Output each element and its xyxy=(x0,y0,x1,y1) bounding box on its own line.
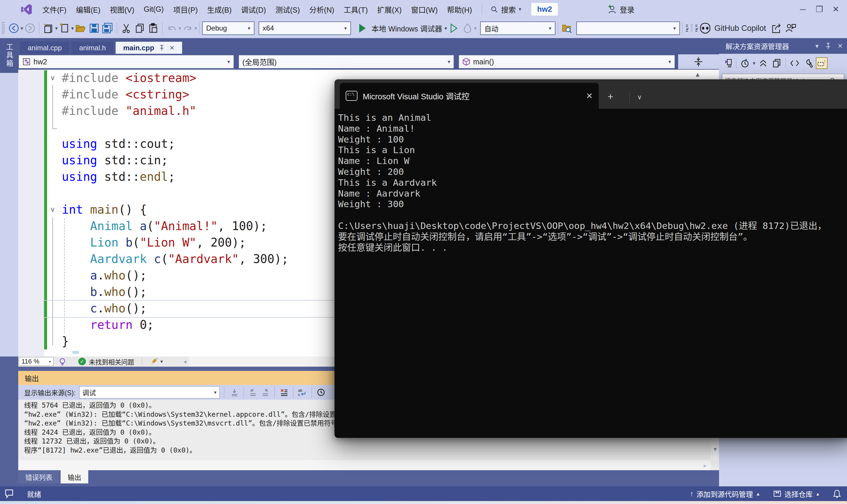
pin-icon[interactable] xyxy=(825,42,831,50)
send-feedback-icon[interactable] xyxy=(784,21,797,35)
panel-options-chevron-icon[interactable]: ▾ xyxy=(815,42,819,50)
restore-button[interactable]: ❐ xyxy=(811,2,828,17)
undo-dropdown[interactable]: ▾ xyxy=(178,25,181,32)
solution-platform-combo[interactable]: x64▾ xyxy=(259,21,351,35)
menu-item[interactable]: 测试(S) xyxy=(271,4,305,15)
start-debugging-dropdown[interactable]: ▾ xyxy=(445,25,447,32)
new-project-dropdown[interactable]: ▾ xyxy=(55,25,58,32)
document-tab[interactable]: main.cpp✕ xyxy=(116,42,182,54)
select-repository-button[interactable]: 选择仓库 ▲ xyxy=(773,489,820,499)
project-badge[interactable]: hw2 xyxy=(531,3,558,16)
solution-explorer-header[interactable]: 解决方案资源管理器 ▾ ✕ xyxy=(719,38,847,54)
redo-button[interactable] xyxy=(181,21,194,35)
new-file-button[interactable] xyxy=(58,21,71,35)
redo-dropdown[interactable]: ▾ xyxy=(194,25,197,32)
view-code-icon[interactable] xyxy=(789,57,800,69)
new-file-dropdown[interactable]: ▾ xyxy=(71,25,74,32)
menu-item[interactable]: 文件(F) xyxy=(38,4,71,15)
scroll-up-arrow[interactable]: ▲ xyxy=(694,71,701,78)
toolbox-tab[interactable]: 工具箱 xyxy=(0,38,18,73)
document-tab[interactable]: animal.cpp xyxy=(20,42,69,54)
output-hscrollbar[interactable]: ▸ xyxy=(18,460,711,470)
menu-item[interactable]: 分析(N) xyxy=(305,4,339,15)
undo-button[interactable] xyxy=(165,21,178,35)
find-in-files-button[interactable] xyxy=(560,21,574,35)
prev-message-button[interactable] xyxy=(247,386,259,398)
github-copilot-icon[interactable] xyxy=(698,21,712,35)
panel-tab-output[interactable]: 输出 xyxy=(60,470,88,483)
save-button[interactable] xyxy=(87,21,101,35)
minimize-button[interactable]: ─ xyxy=(795,2,811,17)
pin-icon[interactable] xyxy=(159,45,165,51)
scroll-right-arrow[interactable]: ▸ xyxy=(704,462,707,469)
feedback-button[interactable] xyxy=(4,489,14,499)
scroll-down-arrow[interactable]: ▼ xyxy=(712,446,718,453)
menu-item[interactable]: 帮助(H) xyxy=(443,4,477,15)
project-nav-combo[interactable]: hw2 ▾ xyxy=(18,55,234,69)
start-debugging-button[interactable]: 本地 Windows 调试器 xyxy=(371,23,442,34)
line-indent-buttons[interactable] xyxy=(685,21,698,35)
menu-item[interactable]: 工具(T) xyxy=(339,4,373,15)
menu-item[interactable]: 窗口(W) xyxy=(406,4,442,15)
document-tab[interactable]: animal.h xyxy=(71,42,114,54)
navigate-back-dropdown[interactable]: ▾ xyxy=(21,25,23,32)
switch-views-icon[interactable] xyxy=(721,57,733,69)
start-without-debugging-button[interactable] xyxy=(447,21,461,35)
debug-console-window[interactable]: c:\ Microsoft Visual Studio 调试控 ✕ + ∨ Th… xyxy=(334,79,847,438)
code-health-icon[interactable] xyxy=(58,357,67,365)
menu-item[interactable]: 视图(V) xyxy=(105,4,139,15)
filter-dropdown[interactable]: ▾ xyxy=(753,60,756,67)
timestamp-button[interactable] xyxy=(315,386,327,398)
menu-item[interactable]: 项目(P) xyxy=(169,4,203,15)
search-control[interactable]: 搜索 ▾ xyxy=(487,4,524,15)
hscroll-left-arrow[interactable]: ◂ xyxy=(184,358,187,365)
hot-reload-mode-combo[interactable]: 自动▾ xyxy=(480,21,555,35)
navigate-back-button[interactable] xyxy=(7,21,21,35)
open-file-button[interactable] xyxy=(74,21,87,35)
cut-button[interactable] xyxy=(119,21,133,35)
add-to-source-control-button[interactable]: ↑ 添加到源代码管理 ▲ xyxy=(690,489,760,499)
word-wrap-button[interactable]: abc xyxy=(296,386,309,398)
copy-button[interactable] xyxy=(133,21,146,35)
paste-button[interactable] xyxy=(146,21,160,35)
terminal-tab-close-icon[interactable]: ✕ xyxy=(586,91,593,101)
sign-in-button[interactable]: 登录 xyxy=(608,4,634,15)
new-tab-button[interactable]: + xyxy=(607,91,613,102)
clear-output-button[interactable] xyxy=(278,386,290,398)
save-all-button[interactable] xyxy=(101,21,115,35)
scope-nav-combo[interactable]: (全局范围) ▾ xyxy=(238,55,454,69)
close-button[interactable]: ✕ xyxy=(828,2,844,17)
output-source-combo[interactable]: 调试 ▾ xyxy=(79,386,220,398)
navigate-forward-button[interactable] xyxy=(23,21,37,35)
panel-tab-error-list[interactable]: 错误列表 xyxy=(18,470,59,483)
menu-item[interactable]: 生成(B) xyxy=(203,4,236,15)
new-project-button[interactable] xyxy=(42,21,55,35)
hot-reload-dropdown[interactable]: ▾ xyxy=(474,25,477,32)
hot-reload-button[interactable] xyxy=(461,21,474,35)
menu-item[interactable]: Git(G) xyxy=(139,5,169,14)
zoom-level-combo[interactable]: 116 % ▾ xyxy=(19,357,54,366)
pending-changes-filter-icon[interactable] xyxy=(739,57,751,69)
notifications-bell-icon[interactable] xyxy=(833,489,841,498)
solution-configuration-combo[interactable]: Debug▾ xyxy=(202,21,255,35)
menu-item[interactable]: 编辑(E) xyxy=(71,4,105,15)
menu-item[interactable]: 扩展(X) xyxy=(373,4,406,15)
toolbar-grip[interactable] xyxy=(2,22,5,34)
tab-close-icon[interactable]: ✕ xyxy=(170,44,174,51)
split-window-control[interactable] xyxy=(678,54,719,69)
code-cleanup-dropdown[interactable]: ▾ xyxy=(160,359,163,365)
search-combo[interactable]: ▾ xyxy=(576,21,680,35)
terminal-tab[interactable]: c:\ Microsoft Visual Studio 调试控 ✕ xyxy=(340,83,599,109)
terminal-output[interactable]: This is an AnimalName : Animal!Weight : … xyxy=(334,109,847,253)
terminal-menu-chevron[interactable]: ∨ xyxy=(637,93,642,101)
github-copilot-label[interactable]: GitHub Copilot xyxy=(714,24,766,33)
panel-close-icon[interactable]: ✕ xyxy=(837,42,843,50)
next-message-button[interactable] xyxy=(259,386,272,398)
show-all-files-icon[interactable] xyxy=(816,57,828,69)
properties-icon[interactable] xyxy=(802,57,814,69)
share-icon[interactable] xyxy=(770,21,784,35)
document-health-indicator[interactable]: ✓ 未找到相关问题 xyxy=(78,357,134,366)
jump-to-message-button[interactable] xyxy=(228,386,241,398)
code-cleanup-icon[interactable] xyxy=(150,357,158,365)
member-nav-combo[interactable]: main() ▾ xyxy=(459,55,675,69)
